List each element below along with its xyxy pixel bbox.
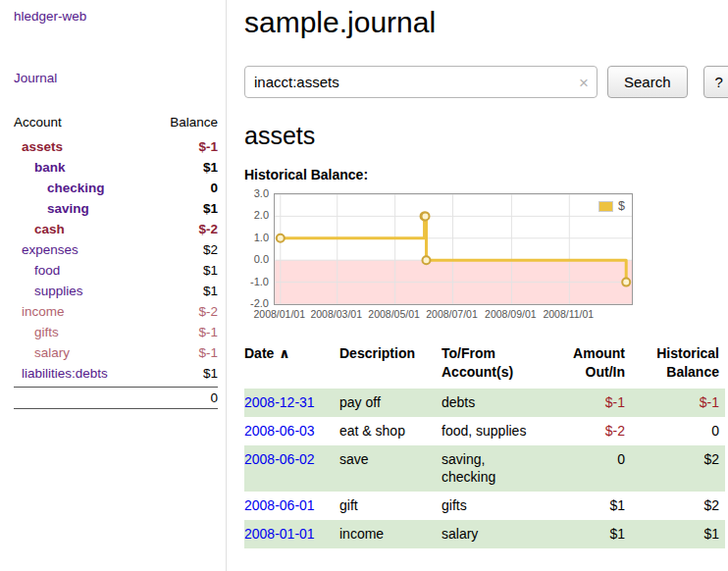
transaction-description: pay off <box>339 389 442 417</box>
sidebar-account-link-cash[interactable]: cash <box>14 222 65 236</box>
chart-x-axis: 2008/01/012008/03/012008/05/012008/07/01… <box>274 305 631 322</box>
y-tick-label: 1.0 <box>254 232 269 243</box>
account-row: checking0 <box>14 178 218 198</box>
account-balance: $1 <box>203 160 218 175</box>
account-row: salary$-1 <box>14 342 218 363</box>
account-balance: $-1 <box>198 325 218 339</box>
transaction-row: 2008-06-03eat & shopfood, supplies$-20 <box>244 417 725 445</box>
x-tick-label: 2008/03/01 <box>310 308 362 320</box>
transaction-accounts: debts <box>442 389 547 417</box>
account-balance: 0 <box>210 181 218 195</box>
transaction-date-link[interactable]: 2008-06-01 <box>244 497 315 513</box>
transactions-header-row: Date∧ Description To/From Account(s) Amo… <box>244 342 725 389</box>
transaction-row: 2008-12-31pay offdebts$-1$-1 <box>244 389 725 417</box>
y-tick-label: 2.0 <box>254 209 269 221</box>
sidebar-account-link-assets[interactable]: assets <box>14 139 63 154</box>
account-balance: $-1 <box>198 345 218 360</box>
transaction-row: 2008-06-01giftgifts$1$2 <box>244 492 725 520</box>
transaction-description: save <box>339 445 442 493</box>
y-tick-label: 3.0 <box>254 187 269 199</box>
account-balance: $-2 <box>198 304 218 319</box>
header-description-label: Description <box>339 345 415 361</box>
sidebar-account-link-bank[interactable]: bank <box>14 160 66 175</box>
sidebar-account-link-liabilities-debts[interactable]: liabilities:debts <box>14 366 108 381</box>
accounts-total-row: 0 <box>14 387 218 409</box>
account-row: supplies$1 <box>14 281 218 301</box>
sidebar-account-link-supplies[interactable]: supplies <box>14 284 83 298</box>
transaction-historical-balance: $-1 <box>631 389 725 417</box>
main-content: sample.journal × Search ? assets Histori… <box>227 0 728 571</box>
account-row: expenses$2 <box>14 239 218 260</box>
transaction-date-link[interactable]: 2008-12-31 <box>244 394 315 410</box>
legend-label: $ <box>618 199 625 213</box>
sidebar-account-link-checking[interactable]: checking <box>14 181 105 195</box>
account-balance: $1 <box>203 201 218 216</box>
account-balance: $1 <box>203 263 218 278</box>
search-button[interactable]: Search <box>607 66 688 98</box>
search-box: × <box>244 66 598 98</box>
sort-asc-icon[interactable]: ∧ <box>279 345 289 361</box>
transaction-amount: 0 <box>547 445 631 493</box>
account-balance: $-2 <box>198 222 218 236</box>
transaction-date-link[interactable]: 2008-01-01 <box>244 526 315 542</box>
transaction-historical-balance: $1 <box>631 520 725 548</box>
header-tofrom-line2: Account(s) <box>442 364 513 380</box>
account-row: assets$-1 <box>14 136 218 157</box>
transaction-historical-balance: 0 <box>631 417 725 445</box>
accounts-table-header: Account Balance <box>14 113 218 136</box>
clear-search-icon[interactable]: × <box>579 74 589 90</box>
sidebar-account-link-income[interactable]: income <box>14 304 65 319</box>
header-historical-balance: Historical Balance <box>631 342 725 389</box>
transaction-description: eat & shop <box>339 417 442 445</box>
account-balance: $2 <box>203 242 218 257</box>
account-row: cash$-2 <box>14 219 218 239</box>
transaction-accounts: saving, checking <box>442 445 547 493</box>
accounts-header-balance: Balance <box>170 115 218 130</box>
sidebar-account-link-food[interactable]: food <box>14 263 60 278</box>
header-amount-line1: Amount <box>573 345 625 361</box>
page-title: sample.journal <box>244 6 728 39</box>
transaction-date-link[interactable]: 2008-06-02 <box>244 451 315 467</box>
transaction-amount: $1 <box>547 520 631 548</box>
app-title-link[interactable]: hledger-web <box>14 9 226 24</box>
account-row: saving$1 <box>14 198 218 219</box>
transaction-accounts: salary <box>442 520 547 548</box>
chart-canvas <box>275 194 632 304</box>
chart-legend: $ <box>596 198 628 214</box>
header-tofrom-line1: To/From <box>442 345 495 361</box>
header-date-label: Date <box>244 345 274 361</box>
chart-title: Historical Balance: <box>244 167 728 182</box>
header-date[interactable]: Date∧ <box>244 342 339 389</box>
legend-swatch-icon <box>598 201 613 212</box>
x-tick-label: 2008/05/01 <box>368 308 420 320</box>
accounts-total-value: 0 <box>210 390 218 405</box>
app-root: hledger-web Journal Account Balance asse… <box>0 0 728 571</box>
help-button[interactable]: ? <box>703 66 728 98</box>
y-tick-label: -1.0 <box>250 276 269 287</box>
sidebar-account-link-salary[interactable]: salary <box>14 345 70 360</box>
sidebar-item-journal[interactable]: Journal <box>14 71 226 85</box>
transaction-row: 2008-06-02savesaving, checking0$2 <box>244 445 725 493</box>
transaction-row: 2008-01-01incomesalary$1$1 <box>244 520 725 548</box>
transaction-date-link[interactable]: 2008-06-03 <box>244 423 315 439</box>
x-tick-label: 2008/11/01 <box>543 308 594 320</box>
transaction-amount: $1 <box>547 492 631 520</box>
accounts-header-account: Account <box>14 115 62 130</box>
transaction-accounts: gifts <box>442 492 547 520</box>
account-balance: $1 <box>203 284 218 298</box>
sidebar-account-link-saving[interactable]: saving <box>14 201 89 216</box>
search-input[interactable] <box>244 66 598 98</box>
x-tick-label: 2008/09/01 <box>485 308 537 320</box>
header-historical-line1: Historical <box>656 345 719 361</box>
sidebar-account-link-expenses[interactable]: expenses <box>14 242 78 257</box>
account-heading: assets <box>244 122 728 150</box>
transaction-description: income <box>339 520 442 548</box>
sidebar-account-link-gifts[interactable]: gifts <box>14 325 59 339</box>
accounts-table: Account Balance assets$-1bank$1checking0… <box>14 113 218 409</box>
account-row: liabilities:debts$1 <box>14 363 218 384</box>
transaction-description: gift <box>339 492 442 520</box>
transaction-amount: $-1 <box>547 389 631 417</box>
header-description: Description <box>339 342 442 389</box>
historical-balance-chart: 3.02.01.00.0-1.0-2.0 $ 2008/01/012008/03… <box>244 193 633 322</box>
x-tick-label: 2008/07/01 <box>426 308 478 320</box>
